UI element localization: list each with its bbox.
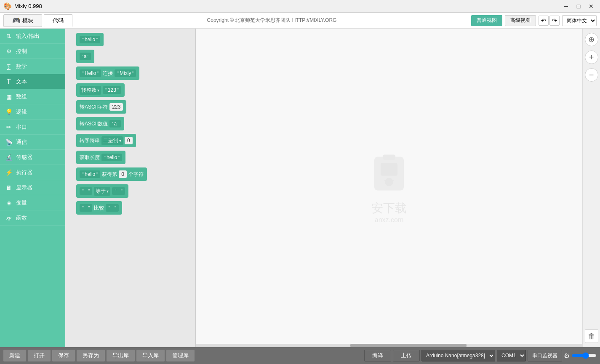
sidebar-item-actuator[interactable]: ⚡ 执行器 (0, 165, 65, 180)
block-char-label: 个字符 (128, 171, 144, 178)
sidebar-item-sensor-label: 传感器 (16, 154, 32, 161)
block-input-empty2: " " (112, 187, 125, 195)
sidebar-item-variable[interactable]: ◈ 变量 (0, 195, 65, 210)
svg-rect-0 (374, 157, 404, 190)
array-icon: ▦ (5, 93, 13, 101)
block-to-ascii-char[interactable]: 转ASCII字符 223 (76, 100, 126, 114)
close-button[interactable]: ✕ (586, 2, 597, 11)
sidebar-item-display[interactable]: 🖥 显示器 (0, 180, 65, 195)
manage-button[interactable]: 管理库 (166, 350, 195, 361)
undo-button[interactable]: ↶ (539, 16, 549, 26)
function-icon: xy (5, 214, 13, 222)
block-string-hello[interactable]: " hello " (76, 33, 104, 46)
block-ascii-val-label: 转ASCII数值 (80, 120, 108, 128)
variable-icon: ◈ (5, 199, 13, 207)
sidebar-item-control[interactable]: ⚙ 控制 (0, 44, 65, 59)
upload-button[interactable]: 上传 (393, 350, 420, 361)
minimize-button[interactable]: ─ (560, 2, 571, 11)
sidebar-item-text[interactable]: T 文本 (0, 74, 65, 89)
block-input-empty1: " " (80, 187, 92, 195)
sidebar-item-io[interactable]: ⇅ 输入/输出 (0, 29, 65, 44)
tab-blocks[interactable]: 🎮 模块 (3, 14, 42, 27)
sidebar-item-comm-label: 通信 (16, 138, 27, 146)
canvas-area[interactable]: 安下载 anxz.com (196, 29, 582, 347)
serial-icon: ✏ (5, 123, 13, 131)
sidebar-item-variable-label: 变量 (16, 199, 27, 207)
save-as-button[interactable]: 另存为 (77, 350, 105, 361)
block-dropdown-binary[interactable]: 二进制 (101, 136, 123, 145)
compile-button[interactable]: 编译 (364, 350, 391, 361)
block-row-1: " hello " (69, 33, 191, 46)
content-area: ⇅ 输入/输出 ⚙ 控制 ∑ 数学 T 文本 ▦ 数组 💡 逻辑 (0, 29, 600, 347)
serial-monitor-button[interactable]: 串口监视器 (528, 350, 562, 361)
canvas-hscroll[interactable] (196, 344, 582, 347)
sidebar-item-array[interactable]: ▦ 数组 (0, 89, 65, 104)
block-input-123: " 123 " (103, 86, 121, 94)
block-a-text: a (84, 53, 87, 59)
maximize-button[interactable]: □ (573, 2, 584, 11)
block-char-a[interactable]: ' a ' (76, 50, 94, 63)
block-compare[interactable]: " " 比较 " " (76, 201, 122, 215)
copyright-text: Copyright © 北京师范大学米思齐团队 HTTP://MIXLY.ORG (74, 17, 469, 24)
block-empty2-text (117, 188, 120, 194)
block-to-ascii-val[interactable]: 转ASCII数值 ' a ' (76, 117, 124, 130)
svg-point-2 (385, 178, 393, 186)
tab-code[interactable]: 代码 (44, 14, 72, 27)
sidebar-item-text-label: 文本 (16, 78, 27, 85)
sidebar-item-function-label: 函数 (16, 214, 27, 222)
sidebar-item-function[interactable]: xy 函数 (0, 210, 65, 226)
redo-button[interactable]: ↷ (549, 16, 560, 26)
watermark-icon (368, 152, 410, 194)
board-select[interactable]: Arduino Nano[atmega328] (421, 350, 495, 361)
block-binary-text: 二进制 (103, 137, 118, 144)
sidebar-item-serial[interactable]: ✏ 串口 (0, 120, 65, 135)
blocks-tab-icon: 🎮 (12, 16, 21, 24)
titlebar: 🎨 Mixly 0.998 ─ □ ✕ (0, 0, 600, 13)
new-button[interactable]: 新建 (3, 350, 26, 361)
export-button[interactable]: 导出库 (107, 350, 135, 361)
display-icon: 🖥 (5, 184, 13, 191)
block-to-int[interactable]: 转整数 " 123 " (76, 83, 125, 97)
block-row-7: 转字符串 二进制 0 (69, 134, 191, 147)
language-select[interactable]: 简体中文 (562, 15, 597, 26)
comm-icon: 📡 (5, 138, 13, 146)
blocks-tab-label: 模块 (22, 17, 33, 24)
sidebar-item-array-label: 数组 (16, 93, 27, 101)
trash-button[interactable]: 🗑 (585, 329, 598, 343)
block-dropdown-convert[interactable]: 转整数 (80, 86, 101, 95)
toolbar: 🎮 模块 代码 Copyright © 北京师范大学米思齐团队 HTTP://M… (0, 13, 600, 29)
com-select[interactable]: COM1 (497, 350, 526, 361)
import-button[interactable]: 导入库 (136, 350, 165, 361)
zoom-reset-button[interactable]: ⊕ (585, 33, 598, 46)
svg-rect-1 (381, 163, 397, 175)
io-icon: ⇅ (5, 32, 13, 40)
block-char-at[interactable]: " hello " 获得第 0 个字符 (76, 167, 147, 181)
sidebar-item-math[interactable]: ∑ 数学 (0, 59, 65, 74)
block-num-223: 223 (109, 103, 123, 111)
open-button[interactable]: 打开 (28, 350, 51, 361)
actuator-icon: ⚡ (5, 169, 13, 176)
sidebar-item-sensor[interactable]: 🔬 传感器 (0, 150, 65, 165)
block-empty4-text (111, 205, 114, 211)
block-concat[interactable]: " Hello " 连接 " Mixly " (76, 66, 139, 80)
zoom-in-button[interactable]: + (585, 50, 598, 64)
zoom-out-button[interactable]: − (585, 68, 598, 82)
sidebar: ⇅ 输入/输出 ⚙ 控制 ∑ 数学 T 文本 ▦ 数组 💡 逻辑 (0, 29, 65, 347)
block-dropdown-equals[interactable]: 等于 (94, 187, 110, 196)
block-get-length[interactable]: 获取长度 " hello " (76, 151, 125, 164)
sidebar-item-logic[interactable]: 💡 逻辑 (0, 104, 65, 120)
block-input-empty4: " " (106, 204, 118, 212)
speed-slider[interactable] (571, 352, 597, 359)
block-empty1-text (85, 188, 88, 194)
save-button[interactable]: 保存 (52, 350, 75, 361)
block-equals[interactable]: " " 等于 " " (76, 184, 128, 198)
normal-view-button[interactable]: 普通视图 (471, 15, 502, 26)
block-row-4: 转整数 " 123 " (69, 83, 191, 97)
canvas-hscroll-thumb[interactable] (350, 344, 466, 347)
watermark: 安下载 anxz.com (368, 152, 410, 223)
advanced-view-button[interactable]: 高级视图 (505, 15, 536, 26)
block-to-string[interactable]: 转字符串 二进制 0 (76, 134, 136, 147)
sidebar-item-comm[interactable]: 📡 通信 (0, 135, 65, 150)
block-hello3-text: hello (107, 154, 117, 160)
block-row-2: ' a ' (69, 50, 191, 63)
